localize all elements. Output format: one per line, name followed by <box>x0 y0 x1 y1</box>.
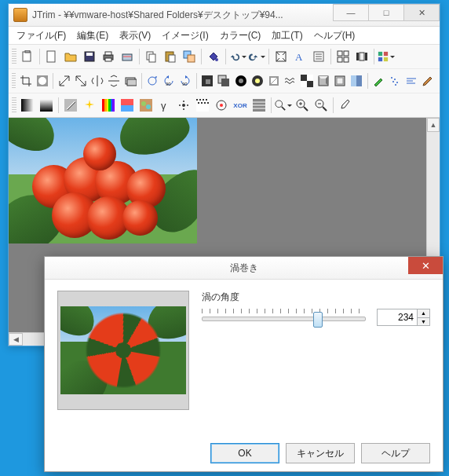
angle-spin-down[interactable]: ▼ <box>418 318 429 326</box>
grip-icon[interactable] <box>12 97 16 113</box>
wave-button[interactable] <box>282 71 298 90</box>
new-button[interactable] <box>42 47 61 66</box>
thumbnails-button[interactable] <box>334 47 352 66</box>
new-from-clipboard-button[interactable] <box>18 47 37 66</box>
rotate-left-button[interactable]: 90 <box>161 71 177 90</box>
pixelate-button[interactable] <box>174 96 193 115</box>
svg-rect-79 <box>140 99 152 112</box>
help-button[interactable]: ヘルプ <box>361 443 430 463</box>
spray-button[interactable] <box>387 71 403 90</box>
dialog-title: 渦巻き <box>230 262 258 275</box>
dialog-titlebar[interactable]: 渦巻き ✕ <box>45 257 443 280</box>
soft-button[interactable] <box>199 71 216 90</box>
preferences-button[interactable] <box>309 47 328 66</box>
fit-window-button[interactable] <box>272 47 290 66</box>
emboss-button[interactable] <box>61 96 80 115</box>
svg-point-80 <box>141 101 146 106</box>
zoom-in-button[interactable] <box>293 96 312 115</box>
resize-button[interactable] <box>56 71 72 90</box>
grip-icon[interactable] <box>12 73 16 89</box>
window-buttons: — □ ✕ <box>334 4 440 26</box>
sparkle-button[interactable] <box>80 96 99 115</box>
scanner-button[interactable] <box>118 47 137 66</box>
slideshow-button[interactable] <box>352 47 371 66</box>
svg-line-110 <box>323 107 327 111</box>
svg-rect-58 <box>351 75 356 86</box>
oil-button[interactable] <box>137 96 155 115</box>
eyedropper-button[interactable] <box>336 96 355 115</box>
separator <box>367 73 368 89</box>
checker-button[interactable] <box>298 71 315 90</box>
menu-color[interactable]: カラー(C) <box>215 27 266 44</box>
button-3d-button[interactable] <box>332 71 349 90</box>
grip-icon[interactable] <box>12 49 16 64</box>
circle-crop-button[interactable] <box>34 71 50 90</box>
print-button[interactable] <box>99 47 118 66</box>
shift-button[interactable] <box>122 71 139 90</box>
open-button[interactable] <box>61 47 80 66</box>
tile-button[interactable] <box>250 96 268 115</box>
zoom-out-button[interactable] <box>312 96 330 115</box>
diffuse-button[interactable] <box>212 96 231 115</box>
gamma-button[interactable]: γ <box>155 96 174 115</box>
menu-view[interactable]: 表示(V) <box>115 27 155 44</box>
hue-button[interactable] <box>118 96 137 115</box>
menu-image[interactable]: イメージ(I) <box>157 27 213 44</box>
xor-button[interactable]: XOR <box>231 96 250 115</box>
dither-button[interactable] <box>193 96 212 115</box>
brush-button[interactable] <box>420 71 436 90</box>
close-button[interactable]: ✕ <box>403 4 440 21</box>
rotate-right-button[interactable]: 90 <box>177 71 194 90</box>
separator <box>268 49 269 64</box>
redo-button[interactable] <box>247 47 266 66</box>
menu-help[interactable]: ヘルプ(H) <box>309 27 360 44</box>
dialog-close-button[interactable]: ✕ <box>408 257 443 274</box>
svg-point-48 <box>255 79 260 83</box>
shadow-button[interactable] <box>216 71 232 90</box>
app-icon <box>13 8 27 22</box>
wind-button[interactable] <box>403 71 420 90</box>
titlebar[interactable]: JTrim - ¥¥vmware-host¥Shared Folders¥デスク… <box>9 4 440 27</box>
mirror-v-button[interactable] <box>106 71 122 90</box>
zoom-button[interactable] <box>274 96 293 115</box>
canvas-button[interactable] <box>72 71 89 90</box>
compose-button[interactable] <box>180 47 199 66</box>
paste-button[interactable] <box>161 47 180 66</box>
mirror-h-button[interactable] <box>89 71 105 90</box>
gradient2-button[interactable] <box>37 96 56 115</box>
menu-edit[interactable]: 編集(E) <box>72 27 113 44</box>
solid-frame-button[interactable] <box>265 71 282 90</box>
vignette-button[interactable] <box>232 71 249 90</box>
minimize-button[interactable]: — <box>333 4 369 21</box>
undo-button[interactable] <box>228 47 247 66</box>
copy-button[interactable] <box>142 47 161 66</box>
angle-spin-up[interactable]: ▲ <box>418 309 429 318</box>
rainbow-button[interactable] <box>99 96 118 115</box>
angle-slider[interactable] <box>202 307 366 328</box>
svg-rect-1 <box>25 50 30 53</box>
svg-point-63 <box>396 82 398 83</box>
wallpaper-button[interactable] <box>377 47 396 66</box>
crop-button[interactable] <box>17 71 34 90</box>
spotlight-button[interactable] <box>249 71 265 90</box>
gradient1-button[interactable] <box>18 96 37 115</box>
ok-button[interactable]: OK <box>210 443 279 463</box>
svg-rect-53 <box>301 75 307 81</box>
svg-rect-68 <box>21 99 34 112</box>
svg-point-38 <box>148 77 156 85</box>
angle-input[interactable] <box>377 309 418 326</box>
rotate-free-button[interactable] <box>144 71 161 90</box>
fill-button[interactable] <box>204 47 223 66</box>
marker-button[interactable] <box>371 71 387 90</box>
slider-thumb[interactable] <box>313 312 323 328</box>
glass-button[interactable] <box>349 71 365 90</box>
maximize-button[interactable]: □ <box>368 4 404 21</box>
save-button[interactable] <box>80 47 99 66</box>
menu-process[interactable]: 加工(T) <box>267 27 307 44</box>
menu-file[interactable]: ファイル(F) <box>12 27 71 44</box>
angle-label: 渦の角度 <box>202 291 430 304</box>
cancel-button[interactable]: キャンセル <box>286 443 355 463</box>
bevel-button[interactable] <box>315 71 331 90</box>
image-view[interactable] <box>9 118 197 243</box>
text-button[interactable]: A <box>290 47 309 66</box>
